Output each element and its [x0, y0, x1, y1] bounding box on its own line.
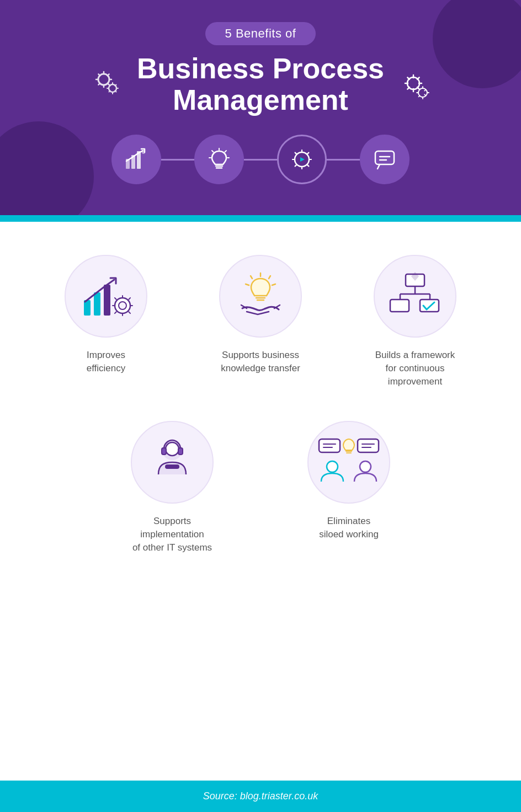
main-content-section: Improvesefficiency [0, 222, 521, 781]
cyan-divider-bar [0, 215, 521, 222]
gear-left-icon [88, 64, 127, 105]
subtitle-box: 5 Benefits of [205, 22, 316, 45]
svg-line-26 [269, 276, 270, 279]
benefits-bottom-row: Supportsimplementationof other IT system… [33, 421, 488, 554]
benefit-label-siloed: Eliminatessiloed working [319, 515, 379, 541]
svg-point-53 [360, 461, 371, 472]
benefit-label-knowledge: Supports businessknowledge transfer [221, 349, 300, 375]
svg-point-40 [166, 442, 179, 456]
svg-line-9 [212, 151, 214, 152]
gear-right-icon [394, 64, 433, 105]
benefit-item-siloed: Eliminatessiloed working [288, 421, 410, 554]
benefit-label-it-systems: Supportsimplementationof other IT system… [132, 515, 212, 554]
svg-point-7 [142, 151, 145, 154]
svg-line-10 [225, 151, 227, 152]
benefit-label-efficiency: Improvesefficiency [87, 349, 126, 375]
benefits-top-row: Improvesefficiency [33, 255, 488, 388]
connector-1 [161, 159, 194, 161]
main-title-row: Business Process Management [88, 53, 433, 116]
connector-2 [244, 159, 277, 161]
svg-line-25 [251, 276, 252, 279]
title-line1: Business Process [137, 53, 384, 84]
svg-rect-49 [358, 439, 379, 452]
svg-line-27 [246, 284, 249, 285]
main-title: Business Process Management [137, 53, 384, 116]
title-line2: Management [137, 84, 384, 116]
svg-rect-20 [94, 292, 100, 316]
header-bulb-icon-circle [194, 135, 244, 184]
svg-line-28 [272, 284, 275, 285]
header-chat-icon-circle [360, 135, 410, 184]
benefit-circle-framework [374, 255, 456, 338]
footer-section: Source: blog.triaster.co.uk [0, 781, 521, 812]
header-icon-row [88, 135, 433, 184]
svg-point-23 [119, 302, 126, 309]
benefit-circle-knowledge [219, 255, 302, 338]
benefit-item-efficiency: Improvesefficiency [45, 255, 167, 388]
header-chart-icon-circle [111, 135, 161, 184]
svg-rect-41 [162, 448, 166, 455]
header-gear-play-icon-circle [277, 135, 327, 184]
benefit-circle-efficiency [65, 255, 147, 338]
header-section: 5 Benefits of Business Process Managemen… [0, 0, 521, 215]
benefit-item-framework: Builds a frameworkfor continuousimprovem… [354, 255, 476, 388]
benefit-item-knowledge: Supports businessknowledge transfer [200, 255, 321, 388]
svg-rect-16 [375, 151, 394, 164]
svg-point-52 [327, 461, 338, 472]
footer-source-text: Source: blog.triaster.co.uk [203, 790, 318, 802]
subtitle-text: 5 Benefits of [225, 26, 296, 40]
benefit-circle-it-systems [131, 421, 214, 504]
benefit-item-it-systems: Supportsimplementationof other IT system… [111, 421, 233, 554]
connector-3 [327, 159, 360, 161]
svg-rect-42 [178, 448, 183, 455]
svg-rect-36 [390, 300, 409, 312]
svg-rect-44 [319, 439, 340, 452]
svg-rect-21 [104, 285, 110, 316]
svg-rect-43 [165, 464, 179, 469]
benefit-label-framework: Builds a frameworkfor continuousimprovem… [375, 349, 455, 388]
benefit-circle-siloed [307, 421, 390, 504]
